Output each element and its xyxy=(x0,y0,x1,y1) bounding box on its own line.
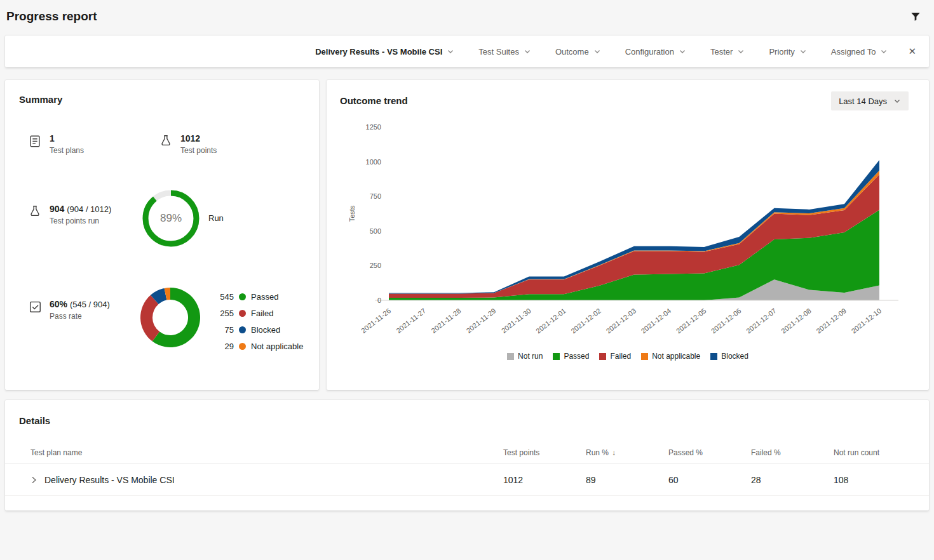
chevron-down-icon xyxy=(799,48,807,55)
test-points-run-label: Test points run xyxy=(50,217,111,225)
passed-dot-icon xyxy=(239,293,246,300)
svg-text:500: 500 xyxy=(370,227,381,235)
failed-dot-icon xyxy=(239,310,246,317)
filter-dropdown-tester[interactable]: Tester xyxy=(710,47,745,57)
legend-item-failed: 255 Failed xyxy=(216,305,303,321)
summary-card: Summary 1 Test plans 1012 Test points xyxy=(5,80,319,390)
column-failed-pct[interactable]: Failed % xyxy=(751,448,834,457)
summary-title: Summary xyxy=(19,94,62,105)
test-plan-name-cell[interactable]: Delivery Results - VS Mobile CSI xyxy=(30,475,503,485)
svg-text:2021-12-04: 2021-12-04 xyxy=(640,307,673,335)
not-run-count-cell: 108 xyxy=(834,475,904,485)
test-points-run-detail: (904 / 1012) xyxy=(67,204,111,214)
beaker-icon xyxy=(159,134,173,148)
filter-label: Tester xyxy=(710,47,733,57)
svg-text:2021-12-07: 2021-12-07 xyxy=(745,307,778,335)
filter-funnel-icon[interactable] xyxy=(910,11,921,22)
page-header: Progress report xyxy=(0,0,934,33)
table-row[interactable]: Delivery Results - VS Mobile CSI 1012 89… xyxy=(5,464,929,496)
legend-swatch-icon xyxy=(599,353,606,360)
trend-title: Outcome trend xyxy=(340,95,408,106)
legend-swatch-icon xyxy=(641,353,648,360)
date-range-dropdown[interactable]: Last 14 Days xyxy=(831,91,909,110)
details-card: Details Test plan name Test points Run %… xyxy=(5,400,929,510)
beaker-icon xyxy=(28,204,42,218)
filter-dropdown-priority[interactable]: Priority xyxy=(769,47,806,57)
outcome-donut-svg xyxy=(140,287,201,348)
test-plans-label: Test plans xyxy=(50,146,84,155)
test-plan-name: Delivery Results - VS Mobile CSI xyxy=(44,475,175,485)
chevron-down-icon xyxy=(893,97,901,105)
column-test-plan-name[interactable]: Test plan name xyxy=(30,448,503,457)
filter-dropdown-configuration[interactable]: Configuration xyxy=(625,47,686,57)
svg-text:2021-12-06: 2021-12-06 xyxy=(710,307,743,335)
column-not-run-count[interactable]: Not run count xyxy=(834,448,904,457)
passed-pct-cell: 60 xyxy=(668,475,751,485)
legend-count: 75 xyxy=(216,325,234,335)
outcome-donut-chart xyxy=(140,287,201,348)
trend-legend: Not runPassedFailedNot applicableBlocked xyxy=(327,352,929,361)
run-percent-text: 89% xyxy=(140,188,201,249)
filter-label: Assigned To xyxy=(831,47,876,57)
filter-dropdown-test-suites[interactable]: Test Suites xyxy=(478,47,531,57)
checkmark-icon xyxy=(28,300,42,314)
run-donut-chart: 89% xyxy=(140,188,201,249)
legend-item-passed: 545 Passed xyxy=(216,288,303,305)
legend-label: Blocked xyxy=(251,325,280,335)
filter-label: Configuration xyxy=(625,47,674,57)
svg-text:Tests: Tests xyxy=(348,205,356,222)
details-table-header: Test plan name Test points Run % ↓ Passe… xyxy=(5,441,929,464)
test-points-value: 1012 xyxy=(180,133,217,143)
chevron-down-icon xyxy=(593,48,601,55)
legend-item-not-applicable: 29 Not applicable xyxy=(216,338,303,354)
legend-swatch-icon xyxy=(710,353,717,360)
filter-dropdown-test-plan[interactable]: Delivery Results - VS Mobile CSI xyxy=(315,47,454,57)
svg-text:2021-11-26: 2021-11-26 xyxy=(360,307,392,335)
trend-legend-item: Not applicable xyxy=(641,352,700,361)
column-passed-pct[interactable]: Passed % xyxy=(668,448,751,457)
svg-text:2021-12-02: 2021-12-02 xyxy=(569,307,602,335)
trend-legend-item: Failed xyxy=(599,352,631,361)
column-test-points[interactable]: Test points xyxy=(503,448,586,457)
legend-label: Passed xyxy=(251,292,278,302)
filter-label: Outcome xyxy=(555,47,589,57)
filter-bar: Delivery Results - VS Mobile CSI Test Su… xyxy=(5,36,929,67)
svg-text:1250: 1250 xyxy=(366,123,381,131)
range-label: Last 14 Days xyxy=(839,97,887,106)
chevron-right-icon[interactable] xyxy=(30,476,37,484)
svg-text:2021-12-10: 2021-12-10 xyxy=(849,307,883,335)
close-icon[interactable]: ✕ xyxy=(908,46,916,57)
svg-text:750: 750 xyxy=(370,192,381,200)
legend-label: Not applicable xyxy=(251,342,303,351)
legend-count: 545 xyxy=(216,292,234,302)
legend-label: Failed xyxy=(251,309,273,318)
filter-label: Test Suites xyxy=(478,47,519,57)
page-title: Progress report xyxy=(6,10,97,23)
failed-pct-cell: 28 xyxy=(751,475,834,485)
svg-text:1000: 1000 xyxy=(366,158,381,166)
chevron-down-icon xyxy=(679,48,686,55)
svg-text:2021-12-01: 2021-12-01 xyxy=(534,307,567,335)
run-donut-label: Run xyxy=(208,213,224,223)
legend-count: 29 xyxy=(216,342,234,351)
svg-text:2021-11-30: 2021-11-30 xyxy=(500,307,532,335)
svg-text:2021-12-05: 2021-12-05 xyxy=(675,307,708,335)
chevron-down-icon xyxy=(737,48,745,55)
pass-rate-detail: (545 / 904) xyxy=(70,300,110,309)
legend-count: 255 xyxy=(216,309,234,318)
svg-text:2021-12-08: 2021-12-08 xyxy=(780,307,813,335)
filter-label: Priority xyxy=(769,47,794,57)
test-plan-icon xyxy=(28,134,42,148)
filter-dropdown-outcome[interactable]: Outcome xyxy=(555,47,601,57)
not-applicable-dot-icon xyxy=(239,343,246,350)
svg-text:2021-11-29: 2021-11-29 xyxy=(465,307,497,335)
stat-test-points-run: 904 (904 / 1012) Test points run xyxy=(28,204,111,225)
test-points-label: Test points xyxy=(180,146,217,155)
stacked-area-chart: 025050075010001250Tests2021-11-262021-11… xyxy=(327,112,929,350)
column-run-pct[interactable]: Run % ↓ xyxy=(586,448,668,457)
filter-dropdown-assigned-to[interactable]: Assigned To xyxy=(831,47,888,57)
details-title: Details xyxy=(19,415,929,426)
sort-descending-icon: ↓ xyxy=(612,448,616,457)
chevron-down-icon xyxy=(880,48,888,55)
trend-legend-item: Not run xyxy=(507,352,543,361)
